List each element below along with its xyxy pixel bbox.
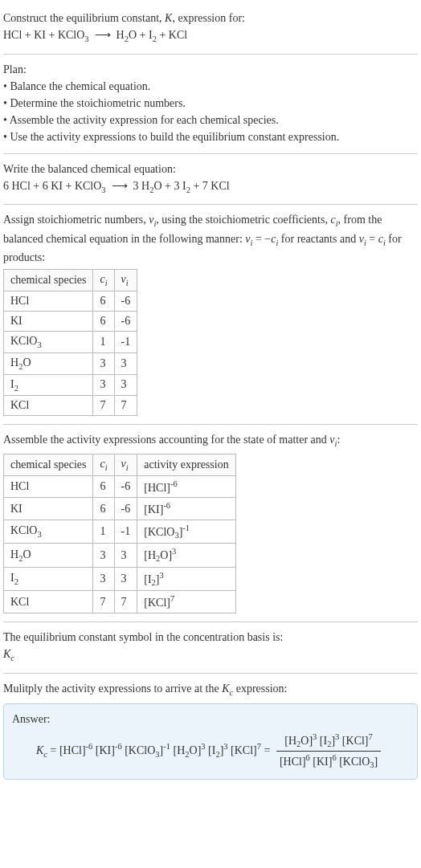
intro-section: Construct the equilibrium constant, K, e… <box>3 3 418 55</box>
table-row: KClO31-1 <box>4 331 137 352</box>
cell-species: HCl <box>4 475 93 498</box>
cell-vi: 7 <box>114 591 137 613</box>
cell-expr: [HCl]-6 <box>137 475 235 498</box>
cell-species: KI <box>4 311 93 331</box>
cell-vi: -1 <box>114 331 137 352</box>
cell-vi: -1 <box>114 520 137 544</box>
cell-vi: 3 <box>114 352 137 374</box>
cell-species: I2 <box>4 567 93 590</box>
intro-equation: HCl + KI + KClO3 ⟶ H2O + I2 + KCl <box>3 26 418 46</box>
activity-col-ci: ci <box>93 454 114 475</box>
kc-fraction-num: [H2O]3 [I2]3 [KCl]7 <box>276 731 381 752</box>
kc-fraction-den: [HCl]6 [KI]6 [KClO3] <box>276 752 381 772</box>
cell-ci: 3 <box>93 352 114 374</box>
cell-species: KCl <box>4 591 93 613</box>
kc-flat: Kc = [HCl]-6 [KI]-6 [KClO3]-1 [H2O]3 [I2… <box>36 744 270 756</box>
balanced-section: Write the balanced chemical equation: 6 … <box>3 154 418 206</box>
cell-species: KCl <box>4 396 93 416</box>
cell-expr: [I2]3 <box>137 567 235 590</box>
cell-expr: [KCl]7 <box>137 591 235 613</box>
table-row: H2O33[H2O]3 <box>4 544 236 567</box>
activity-table: chemical species ci νi activity expressi… <box>3 454 236 613</box>
cell-vi: -6 <box>114 291 137 311</box>
answer-label: Answer: <box>12 711 409 727</box>
table-row: H2O33 <box>4 352 137 374</box>
stoich-col-species: chemical species <box>4 270 93 291</box>
cell-ci: 6 <box>93 311 114 331</box>
cell-vi: 3 <box>114 544 137 567</box>
cell-vi: 3 <box>114 374 137 396</box>
cell-vi: 7 <box>114 396 137 416</box>
answer-expression: Kc = [HCl]-6 [KI]-6 [KClO3]-1 [H2O]3 [I2… <box>12 727 409 772</box>
activity-col-vi: νi <box>114 454 137 475</box>
cell-ci: 6 <box>93 498 114 520</box>
table-row: I233[I2]3 <box>4 567 236 590</box>
plan-bullet: • Use the activity expressions to build … <box>3 128 418 145</box>
activity-intro: Assemble the activity expressions accoun… <box>3 431 418 450</box>
stoich-col-vi: νi <box>114 270 137 291</box>
final-intro: Mulitply the activity expressions to arr… <box>3 680 418 699</box>
table-row: KCl77[KCl]7 <box>4 591 236 613</box>
stoich-intro: Assign stoichiometric numbers, νi, using… <box>3 211 418 266</box>
cell-vi: -6 <box>114 311 137 331</box>
cell-expr: [KI]-6 <box>137 498 235 520</box>
cell-ci: 3 <box>93 544 114 567</box>
cell-vi: 3 <box>114 567 137 590</box>
stoich-col-ci: ci <box>93 270 114 291</box>
kc-fraction: [H2O]3 [I2]3 [KCl]7 [HCl]6 [KI]6 [KClO3] <box>276 731 381 772</box>
balanced-equation: 6 HCl + 6 KI + KClO3 ⟶ 3 H2O + 3 I2 + 7 … <box>3 177 418 197</box>
activity-col-species: chemical species <box>4 454 93 475</box>
symbol-line1: The equilibrium constant symbol in the c… <box>3 629 418 646</box>
plan-bullet: • Balance the chemical equation. <box>3 78 418 95</box>
cell-ci: 1 <box>93 331 114 352</box>
cell-species: KI <box>4 498 93 520</box>
plan-section: Plan: • Balance the chemical equation.• … <box>3 55 418 154</box>
final-section: Mulitply the activity expressions to arr… <box>3 674 418 788</box>
symbol-line2: Kc <box>3 646 418 665</box>
balanced-heading: Write the balanced chemical equation: <box>3 161 418 177</box>
table-row: KClO31-1[KClO3]-1 <box>4 520 236 544</box>
cell-species: H2O <box>4 352 93 374</box>
cell-vi: -6 <box>114 498 137 520</box>
cell-ci: 3 <box>93 374 114 396</box>
cell-ci: 7 <box>93 396 114 416</box>
activity-section: Assemble the activity expressions accoun… <box>3 425 418 622</box>
table-row: I233 <box>4 374 137 396</box>
table-row: HCl6-6 <box>4 291 137 311</box>
stoich-section: Assign stoichiometric numbers, νi, using… <box>3 205 418 425</box>
cell-species: KClO3 <box>4 520 93 544</box>
table-row: KCl77 <box>4 396 137 416</box>
table-row: KI6-6[KI]-6 <box>4 498 236 520</box>
cell-ci: 6 <box>93 291 114 311</box>
cell-ci: 6 <box>93 475 114 498</box>
cell-ci: 3 <box>93 567 114 590</box>
cell-expr: [H2O]3 <box>137 544 235 567</box>
stoich-table: chemical species ci νi HCl6-6KI6-6KClO31… <box>3 269 137 416</box>
table-row: HCl6-6[HCl]-6 <box>4 475 236 498</box>
plan-bullet: • Determine the stoichiometric numbers. <box>3 95 418 112</box>
cell-ci: 7 <box>93 591 114 613</box>
table-row: KI6-6 <box>4 311 137 331</box>
cell-species: KClO3 <box>4 331 93 352</box>
cell-expr: [KClO3]-1 <box>137 520 235 544</box>
cell-vi: -6 <box>114 475 137 498</box>
cell-species: HCl <box>4 291 93 311</box>
intro-title: Construct the equilibrium constant, K, e… <box>3 10 418 26</box>
cell-species: I2 <box>4 374 93 396</box>
plan-bullet: • Assemble the activity expression for e… <box>3 112 418 128</box>
cell-ci: 1 <box>93 520 114 544</box>
plan-heading: Plan: <box>3 61 418 78</box>
activity-col-expr: activity expression <box>137 454 235 475</box>
cell-species: H2O <box>4 544 93 567</box>
answer-box: Answer: Kc = [HCl]-6 [KI]-6 [KClO3]-1 [H… <box>3 703 418 779</box>
symbol-section: The equilibrium constant symbol in the c… <box>3 622 418 674</box>
